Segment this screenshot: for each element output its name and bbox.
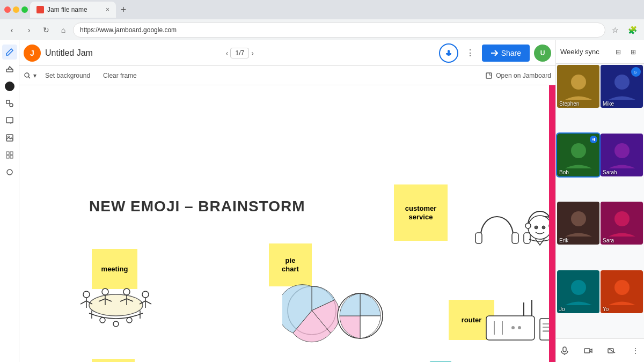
meeting-sketch — [73, 262, 159, 332]
svg-point-107 — [571, 75, 586, 90]
mute-button[interactable] — [556, 342, 573, 359]
participant-tile-sara[interactable]: Sara — [601, 202, 643, 245]
svg-point-50 — [511, 326, 515, 329]
router-sketch — [481, 292, 555, 348]
share-button[interactable]: Share — [482, 45, 530, 62]
pink-strip — [549, 85, 555, 362]
reload-button[interactable]: ↻ — [39, 23, 54, 38]
open-jamboard-button[interactable]: Open on Jamboard — [485, 72, 551, 79]
svg-rect-0 — [6, 69, 13, 72]
hangup-button[interactable] — [603, 342, 620, 359]
svg-point-40 — [528, 216, 552, 239]
home-button[interactable]: ⌂ — [56, 23, 71, 38]
svg-rect-45 — [486, 316, 535, 340]
address-bar-row: ‹ › ↻ ⌂ https://www.jamboard.google.com … — [0, 19, 644, 40]
org-chart-sketch — [406, 359, 475, 362]
svg-rect-112 — [594, 138, 595, 141]
svg-point-44 — [542, 226, 545, 229]
left-toolbar — [0, 40, 19, 362]
forward-button[interactable]: › — [21, 23, 36, 38]
svg-point-15 — [83, 291, 90, 298]
more-options-button[interactable]: ⋮ — [463, 46, 478, 61]
participant-tile-sarah[interactable]: Sarah — [601, 134, 643, 176]
url-text: https://www.jamboard.google.com — [80, 26, 177, 34]
svg-rect-11 — [448, 50, 450, 54]
participant-tile-yo[interactable]: Yo — [601, 270, 643, 313]
present-button[interactable] — [439, 43, 458, 63]
participant-tile-jo[interactable]: Jo — [557, 270, 599, 313]
svg-point-108 — [614, 75, 630, 90]
back-button[interactable]: ‹ — [4, 23, 19, 38]
svg-point-110 — [571, 143, 586, 158]
participant-name-yo: Yo — [603, 306, 609, 312]
clear-frame-button[interactable]: Clear frame — [99, 70, 141, 82]
participant-name-sarah: Sarah — [603, 169, 617, 175]
circle-tool[interactable] — [2, 165, 17, 180]
svg-rect-8 — [6, 156, 9, 158]
eraser-tool[interactable] — [2, 62, 17, 77]
browser-chrome: Jam file name × + ‹ › ↻ ⌂ https://www.ja… — [0, 0, 644, 40]
active-tab[interactable]: Jam file name × — [30, 2, 116, 18]
svg-point-51 — [518, 326, 521, 329]
pen-tool[interactable] — [2, 45, 17, 60]
svg-point-10 — [7, 169, 12, 175]
meeting-header: Weekly sync ⊟ ⊞ — [556, 40, 644, 64]
svg-point-31 — [100, 317, 105, 323]
extensions-button[interactable]: 🧩 — [625, 23, 640, 38]
sticky-customer-service[interactable]: customerservice — [394, 184, 448, 241]
tab-bar: Jam file name × + — [0, 0, 644, 19]
whiteboard[interactable]: NEW EMOJI – BRAINSTORM meeting piechart … — [19, 85, 555, 362]
svg-rect-118 — [563, 347, 566, 352]
right-panel: Weekly sync ⊟ ⊞ Stephen Mike G — [555, 40, 644, 362]
shapes-tool[interactable] — [2, 96, 17, 111]
more-controls-button[interactable]: ⋮ — [627, 342, 644, 359]
svg-rect-119 — [584, 349, 590, 353]
participant-name-bob: Bob — [559, 169, 569, 175]
svg-rect-37 — [512, 233, 518, 243]
next-frame-button[interactable]: › — [251, 49, 254, 57]
top-bar: J Untitled Jam ‹ 1/7 › ⋮ Share U — [19, 40, 555, 66]
frame-counter[interactable]: 1/7 — [230, 48, 249, 58]
svg-point-27 — [142, 291, 149, 298]
image-tool[interactable] — [2, 130, 17, 145]
sticky-id-badge[interactable]: IDbadge — [92, 359, 135, 362]
participant-name-jo: Jo — [559, 306, 565, 312]
participant-tile-stephen[interactable]: Stephen — [557, 65, 599, 108]
svg-line-17 — [80, 301, 86, 304]
svg-point-33 — [127, 317, 132, 323]
zoom-control[interactable]: ▾ — [24, 72, 36, 79]
secondary-toolbar: ▾ Set background Clear frame Open on Jam… — [19, 66, 555, 85]
canvas-area: J Untitled Jam ‹ 1/7 › ⋮ Share U ▾ — [19, 40, 555, 362]
set-background-button[interactable]: Set background — [41, 70, 94, 82]
svg-rect-7 — [10, 152, 13, 154]
svg-point-2 — [10, 104, 13, 107]
svg-point-43 — [535, 226, 538, 229]
sticky-note-tool[interactable] — [2, 113, 17, 128]
bookmark-button[interactable]: ☆ — [608, 23, 623, 38]
svg-rect-111 — [592, 138, 594, 141]
expand-panel-button[interactable]: ⊞ — [627, 46, 640, 58]
camera-button[interactable] — [580, 342, 597, 359]
participant-tile-bob[interactable]: Bob — [557, 134, 599, 176]
doc-title[interactable]: Untitled Jam — [45, 48, 222, 58]
new-tab-button[interactable]: + — [116, 2, 131, 17]
svg-point-117 — [614, 280, 630, 295]
minimize-panel-button[interactable]: ⊟ — [612, 46, 625, 58]
svg-text:G: G — [634, 70, 636, 74]
grid-tool[interactable] — [2, 147, 17, 162]
tab-favicon — [36, 6, 44, 13]
participant-tile-erik[interactable]: Erik — [557, 202, 599, 245]
black-circle-tool[interactable] — [2, 79, 17, 94]
app-icon: J — [24, 45, 41, 62]
svg-rect-13 — [486, 73, 492, 78]
frame-nav: ‹ 1/7 › — [226, 48, 254, 58]
address-bar[interactable]: https://www.jamboard.google.com — [73, 23, 605, 38]
speaking-indicator — [590, 136, 597, 143]
participant-tile-mike[interactable]: Mike G — [601, 65, 643, 108]
tab-close-button[interactable]: × — [106, 6, 109, 13]
svg-point-115 — [614, 211, 630, 226]
prev-frame-button[interactable]: ‹ — [226, 49, 229, 57]
user-avatar[interactable]: U — [534, 45, 551, 62]
meeting-controls: ⊟ ⊞ — [612, 46, 640, 58]
svg-rect-9 — [10, 156, 13, 158]
